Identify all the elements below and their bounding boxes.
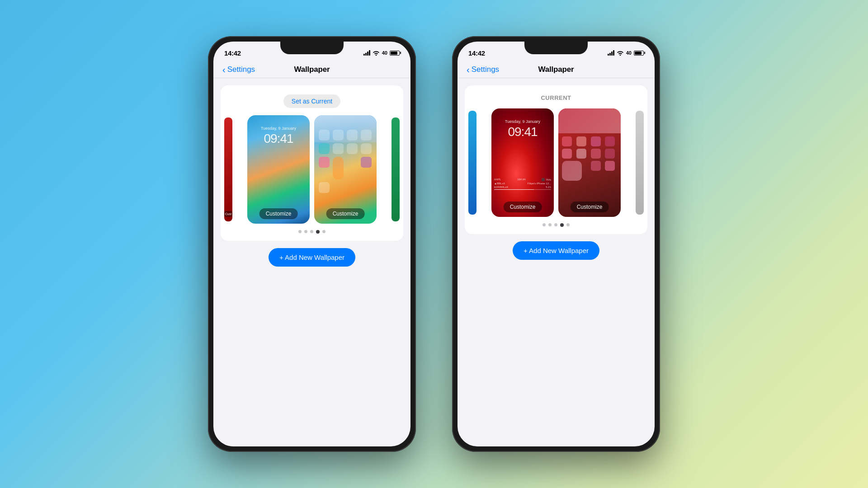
phone-right: 14:42 40 ‹ — [452, 36, 660, 452]
dot-r-2 — [548, 223, 552, 226]
wallpaper-card-left: Set as Current Cust Tuesday, 9 January — [221, 85, 403, 241]
dot-r-3 — [554, 223, 557, 226]
current-label: CURRENT — [541, 94, 571, 101]
status-time-right: 14:42 — [468, 49, 485, 57]
dot-r-5 — [566, 223, 570, 226]
phone-left-screen: 14:42 40 ‹ — [213, 42, 410, 446]
side-peek-right-left — [392, 117, 400, 221]
pagination-right — [542, 223, 570, 227]
home-screen-preview-right[interactable]: Customize — [558, 108, 621, 217]
wallpaper-previews-right: Tuesday, 9 January 09:41 AAPL 164.94 ⬛ 7… — [472, 108, 640, 217]
home-top-widget-right — [558, 108, 621, 133]
dot-r-1 — [542, 223, 546, 226]
phone-right-screen: 14:42 40 ‹ — [458, 42, 655, 446]
lock-screen-preview-left[interactable]: Tuesday, 9 January 09:41 Customize — [247, 115, 310, 224]
dot-r-4-active — [560, 223, 564, 227]
content-left: Set as Current Cust Tuesday, 9 January — [213, 85, 410, 276]
wallpaper-card-right: CURRENT Tuesday, 9 January 09:41 — [465, 85, 647, 234]
signal-icon-right — [608, 50, 614, 56]
dot-3 — [310, 230, 313, 233]
battery-percent-left: 40 — [382, 50, 387, 56]
status-icons-left: 40 — [363, 50, 400, 56]
status-icons-right: 40 — [608, 50, 644, 56]
customize-home-left[interactable]: Customize — [326, 208, 365, 219]
lock-time-right: Tuesday, 9 January 09:41 — [491, 119, 554, 139]
nav-title-right: Wallpaper — [538, 65, 574, 74]
status-time-left: 14:42 — [224, 49, 241, 57]
lock-time-left: Tuesday, 9 January 09:41 — [247, 126, 310, 146]
set-as-current-badge[interactable]: Set as Current — [283, 94, 340, 108]
phone-left: 14:42 40 ‹ — [208, 36, 416, 452]
wifi-icon-left — [373, 50, 380, 56]
back-button-left[interactable]: ‹ Settings — [222, 65, 255, 75]
previews-container-right: Tuesday, 9 January 09:41 AAPL 164.94 ⬛ 7… — [472, 108, 640, 217]
wifi-icon-right — [617, 50, 624, 56]
lock-info-right: AAPL 164.94 ⬛ 75% ▲BBLxX Filipe's iPhone… — [494, 178, 551, 190]
pagination-left — [298, 230, 326, 234]
home-icons-left — [319, 130, 372, 193]
side-peek-right-right — [636, 111, 644, 215]
side-peek-left-right — [468, 111, 476, 215]
lock-screen-preview-right[interactable]: Tuesday, 9 January 09:41 AAPL 164.94 ⬛ 7… — [491, 108, 554, 217]
nav-title-left: Wallpaper — [294, 65, 330, 74]
back-label-left: Settings — [227, 65, 255, 74]
dot-1 — [298, 230, 302, 233]
dot-4-active — [316, 230, 320, 234]
wallpaper-previews-left: Tuesday, 9 January 09:41 Customize — [228, 115, 396, 224]
chevron-left-icon: ‹ — [222, 65, 226, 75]
customize-lock-left[interactable]: Customize — [259, 208, 298, 219]
add-wallpaper-button-right[interactable]: + Add New Wallpaper — [513, 241, 599, 260]
notch-right — [524, 42, 588, 54]
nav-bar-left: ‹ Settings Wallpaper — [213, 61, 410, 78]
home-icons-right — [562, 136, 617, 181]
battery-percent-right: 40 — [626, 50, 632, 56]
dot-5 — [322, 230, 326, 233]
battery-icon-left — [390, 51, 400, 56]
customize-lock-right[interactable]: Customize — [504, 202, 542, 212]
dot-2 — [304, 230, 307, 233]
signal-icon-left — [363, 50, 370, 56]
previews-container-left: Cust Tuesday, 9 January 09:41 Customize — [228, 115, 396, 224]
battery-icon-right — [634, 51, 644, 56]
back-label-right: Settings — [472, 65, 499, 74]
back-button-right[interactable]: ‹ Settings — [467, 65, 499, 75]
add-wallpaper-button-left[interactable]: + Add New Wallpaper — [269, 248, 355, 267]
content-right: CURRENT Tuesday, 9 January 09:41 — [458, 85, 655, 269]
nav-bar-right: ‹ Settings Wallpaper — [458, 61, 655, 78]
customize-home-right[interactable]: Customize — [571, 202, 609, 212]
notch-left — [280, 42, 344, 54]
home-screen-preview-left[interactable]: Customize — [314, 115, 377, 224]
chevron-left-icon-right: ‹ — [467, 65, 470, 75]
side-peek-left-left: Cust — [224, 117, 232, 221]
